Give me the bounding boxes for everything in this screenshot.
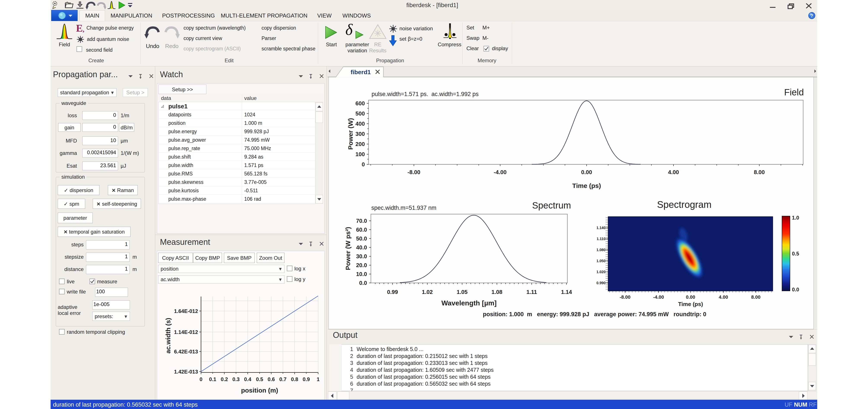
svg-text:0.5: 0.5	[792, 251, 799, 257]
svg-text:20.0: 20.0	[356, 262, 367, 268]
svg-text:1.110: 1.110	[596, 237, 606, 241]
svg-text:?: ?	[810, 13, 813, 19]
svg-text:0: 0	[362, 161, 365, 168]
svg-text:600: 600	[355, 100, 365, 107]
svg-text:0.6: 0.6	[268, 376, 275, 382]
svg-text:0.4: 0.4	[244, 376, 251, 382]
svg-text:1.14E-012: 1.14E-012	[174, 329, 198, 335]
svg-text:0.00: 0.00	[686, 294, 695, 300]
svg-text:1.08: 1.08	[492, 289, 502, 295]
svg-text:60.0: 60.0	[356, 227, 367, 233]
svg-text:0.0: 0.0	[359, 280, 367, 286]
svg-text:8.00: 8.00	[751, 294, 761, 300]
svg-text:1: 1	[317, 376, 319, 382]
svg-text:Power (W): Power (W)	[347, 118, 354, 150]
svg-text:1.080: 1.080	[596, 248, 606, 252]
svg-text:0.99: 0.99	[387, 289, 398, 295]
svg-text:Time (ps): Time (ps)	[572, 182, 601, 189]
svg-text:fiberd1: fiberd1	[350, 69, 371, 76]
svg-text:-8.00: -8.00	[620, 294, 630, 300]
svg-text:Power (W ps²): Power (W ps²)	[344, 227, 351, 270]
svg-text:0.0: 0.0	[792, 287, 799, 292]
svg-text:Wavelength [µm]: Wavelength [µm]	[441, 299, 496, 307]
svg-text:6.42E-013: 6.42E-013	[174, 349, 198, 354]
svg-text:70.0: 70.0	[356, 217, 367, 224]
svg-text:-4.00: -4.00	[653, 294, 664, 300]
svg-text:-8.00: -8.00	[407, 169, 420, 175]
svg-text:0.990: 0.990	[596, 281, 606, 285]
svg-text:1.140: 1.140	[596, 226, 606, 230]
svg-text:ac.width (s): ac.width (s)	[164, 318, 172, 353]
svg-text:0.2: 0.2	[221, 376, 228, 382]
svg-text:0.00: 0.00	[581, 169, 592, 175]
svg-text:200: 200	[355, 141, 365, 147]
svg-text:8.00: 8.00	[754, 169, 765, 175]
svg-text:position (m): position (m)	[241, 387, 278, 394]
svg-text:0: 0	[199, 376, 202, 382]
svg-text:-4.00: -4.00	[494, 169, 506, 175]
svg-text:Time (ps): Time (ps)	[678, 301, 703, 308]
svg-text:4.00: 4.00	[719, 294, 728, 300]
svg-text:40.0: 40.0	[356, 244, 367, 251]
svg-text:300: 300	[355, 130, 365, 137]
svg-text:100: 100	[355, 151, 365, 157]
svg-text:0.3: 0.3	[232, 376, 240, 382]
svg-text:10.0: 10.0	[356, 271, 367, 277]
svg-text:500: 500	[355, 110, 365, 117]
svg-text:30.0: 30.0	[356, 253, 367, 260]
svg-text:1.020: 1.020	[596, 270, 606, 274]
svg-text:1.11: 1.11	[526, 289, 537, 295]
svg-text:1.050: 1.050	[596, 259, 606, 263]
svg-text:0.5: 0.5	[256, 376, 263, 382]
svg-text:1.02: 1.02	[422, 289, 433, 295]
svg-text:0.7: 0.7	[279, 376, 286, 382]
svg-text:0.9: 0.9	[303, 376, 310, 382]
svg-text:0.8: 0.8	[291, 376, 298, 382]
svg-text:1.0: 1.0	[792, 215, 799, 221]
svg-text:1.14: 1.14	[561, 289, 572, 295]
svg-text:1.05: 1.05	[457, 289, 468, 295]
svg-text:50.0: 50.0	[356, 235, 367, 242]
svg-text:0.1: 0.1	[209, 376, 216, 382]
svg-text:400: 400	[355, 120, 365, 127]
svg-text:4.00: 4.00	[668, 169, 679, 175]
svg-text:1.42E-013: 1.42E-013	[174, 369, 198, 375]
svg-text:1.64E-012: 1.64E-012	[174, 308, 198, 314]
